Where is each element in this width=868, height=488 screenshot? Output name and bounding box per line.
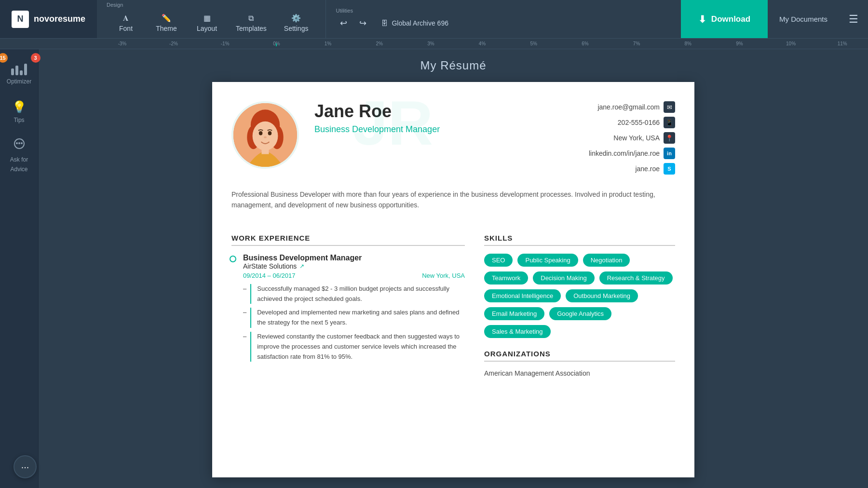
resume-columns: WORK EXPERIENCE Business Development Man… [231, 234, 675, 381]
skype-text: jane.roe [635, 165, 660, 173]
resume-name: Jane Roe [314, 101, 550, 122]
linkedin-text: linkedin.com/in/jane.roe [589, 149, 660, 157]
my-documents-button[interactable]: My Documents [768, 0, 839, 38]
ruler-mark: 1% [302, 41, 354, 46]
job-bullet: – Developed and implemented new marketin… [243, 308, 465, 328]
badge-3: 3 [31, 53, 41, 63]
skill-outbound-marketing: Outbound Marketing [566, 289, 638, 302]
advice-label: Ask for [10, 156, 28, 163]
page-title: My Résumé [420, 59, 486, 72]
linkedin-icon: in [664, 148, 675, 159]
skill-teamwork: Teamwork [484, 271, 528, 285]
hamburger-icon: ☰ [849, 13, 858, 26]
global-archive-icon: 🗄 [381, 19, 388, 27]
work-experience-header: WORK EXPERIENCE [231, 234, 465, 246]
logo[interactable]: N novoresume [12, 11, 85, 28]
hamburger-button[interactable]: ☰ [839, 0, 868, 38]
optimizer-badge-area: 15 3 Optimizer [2, 57, 37, 90]
svg-point-11 [264, 136, 267, 138]
work-experience-column: WORK EXPERIENCE Business Development Man… [231, 234, 465, 381]
skill-emotional-intelligence: Emotional Intelligence [484, 289, 561, 302]
job-dates: 09/2014 – 06/2017 [243, 272, 295, 279]
chat-icon: ··· [21, 461, 29, 473]
ruler-mark: 7% [611, 41, 663, 46]
utilities-buttons: ↩ ↪ 🗄 Global Archive 696 [336, 15, 455, 31]
global-archive-label: Global Archive 696 [392, 19, 448, 27]
ruler-mark: -3% [96, 41, 148, 46]
advice-icon [13, 137, 26, 153]
skill-email-marketing: Email Marketing [484, 307, 544, 320]
resume-job-title: Business Development Manager [314, 124, 550, 135]
ruler-mark: 0% [251, 41, 302, 46]
ruler-marks: -3% -2% -1% 0% 1% 2% 3% 4% 5% 6% 7% 8% 9… [96, 41, 868, 46]
settings-button[interactable]: ⚙️ Settings [276, 10, 316, 36]
font-label: Font [119, 25, 133, 32]
bullet-dash: – [243, 284, 246, 304]
svg-point-1 [16, 142, 18, 144]
skill-google-analytics: Google Analytics [549, 307, 611, 320]
ruler: -3% -2% -1% 0% 1% 2% 3% 4% 5% 6% 7% 8% 9… [0, 39, 868, 49]
ruler-mark: 2% [353, 41, 405, 46]
redo-button[interactable]: ↪ [355, 15, 370, 31]
optimizer-icon [11, 62, 27, 75]
contact-email: jane.roe@gmail.com ✉ [597, 101, 675, 113]
left-sidebar: 15 3 Optimizer 💡 Tips [0, 49, 39, 488]
chat-bubble-button[interactable]: ··· [14, 455, 37, 478]
phone-text: 202-555-0166 [618, 119, 660, 126]
email-text: jane.roe@gmail.com [597, 103, 660, 111]
svg-point-8 [253, 122, 278, 150]
layout-icon: ▦ [203, 14, 211, 23]
job-bullet: – Successfully managed $2 - 3 million bu… [243, 284, 465, 304]
skill-seo: SEO [484, 254, 513, 267]
bullet-text: Successfully managed $2 - 3 million budg… [250, 284, 465, 304]
download-button[interactable]: ⬇ Download [681, 0, 768, 38]
sidebar-item-tips[interactable]: 💡 Tips [2, 95, 37, 128]
ruler-mark: 3% [405, 41, 457, 46]
resume-document: JR Jane Roe Business Development Manager… [212, 82, 694, 477]
skills-column: SKILLS SEO Public Speaking Negotiation T… [484, 234, 675, 381]
ruler-mark: 9% [714, 41, 765, 46]
email-icon: ✉ [664, 101, 675, 113]
bullet-text: Developed and implemented new marketing … [250, 308, 465, 328]
skype-icon: S [664, 163, 675, 175]
logo-icon: N [12, 11, 29, 28]
utilities-label: Utilities [336, 8, 455, 14]
sidebar-item-optimizer[interactable]: Optimizer [2, 57, 37, 90]
theme-icon: ✏️ [162, 14, 171, 23]
tips-icon: 💡 [12, 100, 27, 114]
external-link-icon: ↗ [299, 263, 304, 270]
resume-name-area: JR Jane Roe Business Development Manager [314, 101, 550, 136]
phone-icon: 📱 [664, 117, 675, 128]
job-bullets: – Successfully managed $2 - 3 million bu… [243, 284, 465, 362]
contact-skype: jane.roe S [635, 163, 675, 175]
svg-point-9 [259, 131, 263, 135]
job-location: New York, USA [422, 272, 465, 279]
global-archive-button[interactable]: 🗄 Global Archive 696 [374, 16, 455, 30]
main-layout: 15 3 Optimizer 💡 Tips [0, 49, 868, 488]
ruler-mark: -2% [148, 41, 200, 46]
templates-button[interactable]: ⧉ Templates [228, 10, 274, 36]
contact-location: New York, USA 📍 [613, 132, 675, 144]
layout-button[interactable]: ▦ Layout [188, 10, 226, 36]
font-icon: 𝐀 [123, 14, 129, 23]
top-navigation: N novoresume Design 𝐀 Font ✏️ Theme ▦ La… [0, 0, 868, 39]
ruler-mark: 6% [559, 41, 611, 46]
font-button[interactable]: 𝐀 Font [107, 10, 145, 36]
job-meta: 09/2014 – 06/2017 New York, USA [243, 272, 465, 279]
svg-point-2 [18, 142, 20, 144]
undo-button[interactable]: ↩ [336, 15, 351, 31]
theme-button[interactable]: ✏️ Theme [147, 10, 186, 36]
contact-phone: 202-555-0166 📱 [618, 117, 675, 128]
resume-summary: Professional Business Developer with mor… [231, 189, 675, 220]
content-area: My Résumé [39, 49, 868, 488]
theme-label: Theme [156, 25, 177, 32]
skill-sales-marketing: Sales & Marketing [484, 325, 551, 338]
logo-text: novoresume [34, 14, 85, 24]
design-section: Design 𝐀 Font ✏️ Theme ▦ Layout ⧉ Templa… [97, 0, 326, 38]
advice-label-2: Advice [10, 166, 27, 173]
skill-public-speaking: Public Speaking [517, 254, 578, 267]
skill-tags: SEO Public Speaking Negotiation Teamwork… [484, 254, 675, 338]
sidebar-item-advice[interactable]: Ask for Advice [2, 132, 37, 177]
templates-icon: ⧉ [248, 14, 254, 23]
resume-header: JR Jane Roe Business Development Manager… [231, 101, 675, 175]
